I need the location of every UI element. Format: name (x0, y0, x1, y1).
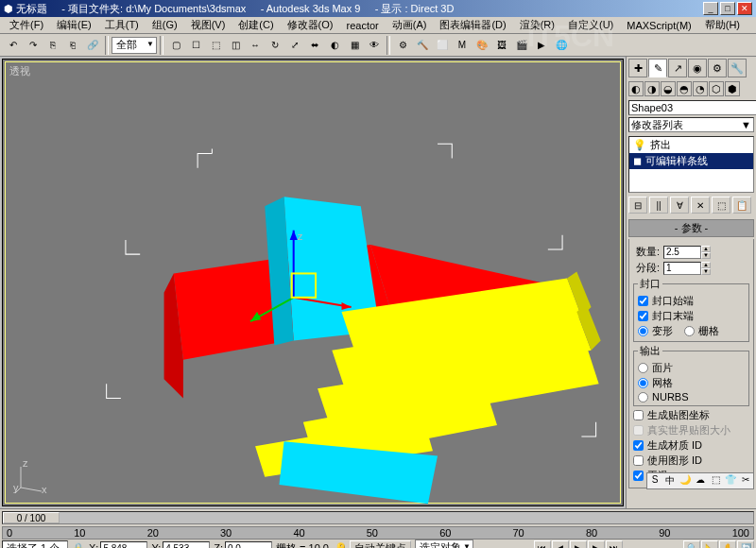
lock-icon[interactable]: 🔒 (72, 542, 85, 549)
gen-mat-check[interactable] (633, 440, 644, 451)
next-frame-button[interactable]: ▶ (588, 540, 605, 548)
menu-item[interactable]: 工具(T) (99, 17, 145, 33)
time-ruler[interactable]: 0102030405060708090100 (2, 526, 754, 539)
command-tab[interactable]: ✎ (648, 59, 667, 77)
stack-tool-button[interactable]: 📋 (732, 197, 751, 214)
coord-y-input[interactable] (163, 541, 210, 548)
menu-item[interactable]: reactor (341, 19, 385, 32)
use-shape-check[interactable] (633, 455, 644, 466)
amount-spin-down[interactable]: ▼ (701, 252, 711, 259)
toolbar-button[interactable]: ⚙ (393, 36, 412, 55)
toolbar-button[interactable]: ↷ (24, 36, 43, 55)
amount-input[interactable] (663, 246, 701, 259)
selection-filter-dropdown[interactable]: 全部 (112, 37, 157, 54)
viewport-scene[interactable]: z (6, 62, 620, 513)
menu-item[interactable]: 文件(F) (4, 17, 49, 33)
command-subtab[interactable]: ◓ (677, 81, 692, 96)
command-tab[interactable]: ↗ (668, 59, 687, 77)
viewport-perspective[interactable]: 透视 (2, 59, 624, 506)
segs-spin-up[interactable]: ▲ (701, 262, 711, 268)
toolbar-button[interactable]: M (453, 36, 472, 55)
goto-start-button[interactable]: ⏮ (534, 540, 551, 548)
ime-button[interactable]: 中 (663, 474, 677, 488)
command-subtab[interactable]: ⬢ (725, 81, 740, 96)
command-subtab[interactable]: ◔ (693, 81, 708, 96)
play-button[interactable]: ▶ (570, 540, 587, 548)
fov-icon[interactable]: 📐 (701, 540, 718, 548)
command-subtab[interactable]: ◐ (628, 81, 644, 96)
command-tab[interactable]: ◉ (688, 59, 707, 77)
toolbar-button[interactable]: ↶ (4, 36, 23, 55)
amount-spin-up[interactable]: ▲ (701, 246, 711, 252)
time-slider-thumb[interactable]: 0 / 100 (3, 512, 60, 523)
command-subtab[interactable]: ⬡ (709, 81, 724, 96)
toolbar-button[interactable]: ☐ (186, 36, 205, 55)
menu-item[interactable]: 自定义(U) (562, 17, 619, 33)
menu-item[interactable]: 帮助(H) (699, 17, 746, 33)
command-subtab[interactable]: ◒ (661, 81, 676, 96)
menu-item[interactable]: 编辑(E) (51, 17, 97, 33)
segs-spin-down[interactable]: ▼ (701, 268, 711, 275)
goto-end-button[interactable]: ⏭ (606, 540, 623, 548)
object-name-field[interactable] (628, 100, 756, 115)
menu-item[interactable]: 修改器(O) (282, 17, 339, 33)
toolbar-button[interactable]: ↻ (266, 36, 284, 55)
toolbar-button[interactable]: ▦ (345, 36, 364, 55)
deform-radio[interactable] (638, 326, 648, 336)
menu-item[interactable]: MAXScript(M) (621, 19, 696, 32)
toolbar-button[interactable]: 🎬 (512, 36, 531, 55)
ime-bar[interactable]: S中🌙☁⬚👕✂ (646, 472, 754, 489)
ime-button[interactable]: ✂ (739, 474, 752, 488)
command-tab[interactable]: ✚ (628, 59, 647, 77)
toolbar-button[interactable]: ⎘ (43, 36, 62, 55)
toolbar-button[interactable]: ↔ (246, 36, 265, 55)
stack-tool-button[interactable]: ∀ (670, 197, 689, 214)
key-icon[interactable]: 🔑 (333, 542, 346, 549)
ime-button[interactable]: 👕 (724, 474, 737, 488)
toolbar-button[interactable]: 🎨 (472, 36, 491, 55)
segs-input[interactable] (663, 262, 701, 275)
out-patch-radio[interactable] (638, 363, 648, 373)
modifier-list-dropdown[interactable]: 修改器列表▼ (628, 117, 754, 132)
toolbar-button[interactable]: ⤢ (285, 36, 304, 55)
menu-item[interactable]: 组(G) (146, 17, 183, 33)
smooth-check[interactable] (633, 471, 644, 481)
maximize-button[interactable]: □ (720, 2, 735, 15)
command-subtab[interactable]: ◑ (644, 81, 660, 96)
grid-radio[interactable] (684, 326, 695, 336)
orbit-icon[interactable]: 🔄 (737, 540, 754, 548)
toolbar-button[interactable]: ⎗ (63, 36, 82, 55)
coord-z-input[interactable] (225, 541, 272, 548)
key-target-dropdown[interactable]: 选定对象 (415, 539, 473, 548)
toolbar-button[interactable]: 🖼 (492, 36, 511, 55)
toolbar-button[interactable]: ▶ (532, 36, 551, 55)
toolbar-button[interactable]: ▢ (166, 36, 185, 55)
command-tab[interactable]: 🔧 (728, 59, 747, 77)
menu-item[interactable]: 渲染(R) (514, 17, 560, 33)
stack-tool-button[interactable]: ⊟ (628, 197, 647, 214)
coord-x-input[interactable] (100, 541, 147, 548)
pan-icon[interactable]: ✋ (719, 540, 736, 548)
ime-button[interactable]: ☁ (694, 474, 707, 488)
stack-tool-button[interactable]: ✕ (691, 197, 710, 214)
toolbar-button[interactable]: 🔗 (83, 36, 102, 55)
cap-start-check[interactable] (638, 296, 648, 306)
close-button[interactable]: ✕ (737, 2, 752, 15)
zoom-icon[interactable]: 🔍 (683, 540, 700, 548)
menu-item[interactable]: 创建(C) (232, 17, 279, 33)
ime-button[interactable]: S (648, 474, 662, 488)
toolbar-button[interactable]: 👁 (365, 36, 384, 55)
out-nurbs-radio[interactable] (638, 392, 648, 402)
modifier-stack-item[interactable]: ◼可编辑样条线 (629, 153, 753, 169)
stack-tool-button[interactable]: ⬚ (712, 197, 730, 214)
cap-end-check[interactable] (638, 311, 648, 321)
prev-frame-button[interactable]: ◀ (552, 540, 569, 548)
toolbar-button[interactable]: ◐ (325, 36, 344, 55)
ime-button[interactable]: 🌙 (679, 474, 692, 488)
menu-item[interactable]: 动画(A) (387, 17, 433, 33)
time-slider[interactable]: 0 / 100 (2, 511, 754, 524)
gen-map-check[interactable] (633, 410, 644, 420)
stack-tool-button[interactable]: || (649, 197, 668, 214)
rollout-params-header[interactable]: - 参数 - (628, 219, 754, 237)
toolbar-button[interactable]: ⬚ (206, 36, 225, 55)
